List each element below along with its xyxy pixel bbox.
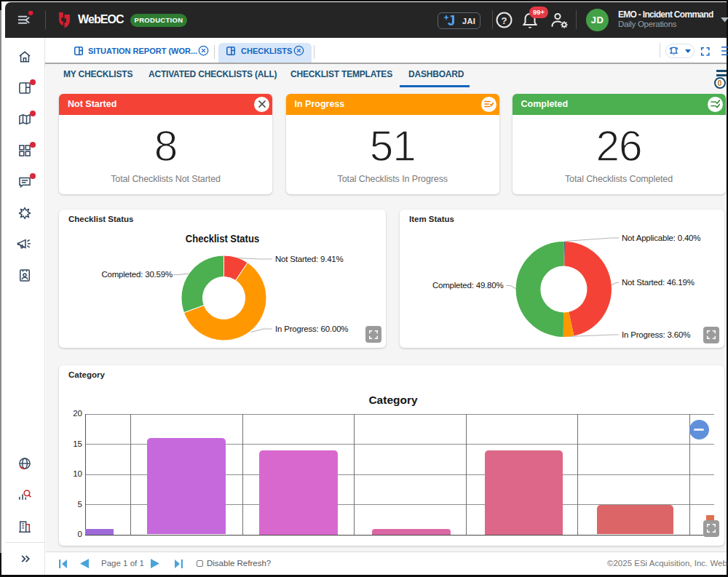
svg-text:?: ? <box>502 15 507 26</box>
